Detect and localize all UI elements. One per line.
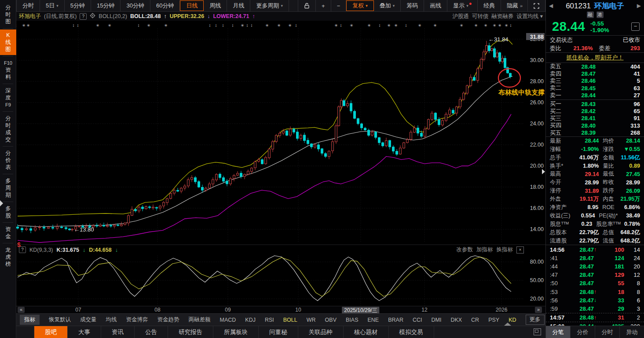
indicator-tab-恢复默认[interactable]: 恢复默认 <box>49 316 71 323</box>
tick-row[interactable]: :5928.47293 <box>546 305 644 313</box>
period-tab-more-period[interactable]: 更多周期▾ <box>250 0 289 11</box>
indicator-tab-成交量[interactable]: 成交量 <box>80 316 97 323</box>
tick-row[interactable]: :5028.47558 <box>546 279 644 287</box>
bottom-tab-guanlian[interactable]: 关联品种 <box>298 326 344 338</box>
info-link-1[interactable]: 可转债 <box>472 13 489 20</box>
indicator-tab-PSY[interactable]: PSY <box>488 317 499 323</box>
toolbar-lock-button[interactable] <box>298 0 316 11</box>
bottom-tab-zixun[interactable]: 资讯 <box>101 326 135 338</box>
sidebar-item-depth[interactable]: 深度F9 <box>0 85 16 110</box>
tick-row[interactable]: :4728.4712912 <box>546 271 644 279</box>
indicator-tab-指标[interactable]: 指标 <box>20 315 40 325</box>
sidebar-item-tick-trades[interactable]: 分时成交 <box>0 113 16 145</box>
toolbar-fullscreen-button[interactable] <box>528 0 545 11</box>
sidebar-item-minute[interactable]: 分时图 <box>0 2 16 27</box>
indicator-tab-资金趋势[interactable]: 资金趋势 <box>157 316 179 323</box>
toolbar-zoom-in-button[interactable]: + <box>316 0 331 11</box>
tick-tab-异动[interactable]: 异动 <box>620 326 644 338</box>
period-tab-60m[interactable]: 60分钟 <box>150 0 180 11</box>
indicator-tab-BOLL[interactable]: BOLL <box>283 317 297 323</box>
indicator-tab-RSI[interactable]: RSI <box>265 317 274 323</box>
period-tab-15m[interactable]: 15分钟 <box>91 0 121 11</box>
indicator-tab-更多[interactable]: 更多 <box>526 315 545 325</box>
open-account-link[interactable]: 抓住机会，即刻开户！ <box>567 54 624 62</box>
tick-row[interactable]: 14:5728.48↑312 <box>546 313 644 322</box>
tick-tab-分价[interactable]: 分价 <box>571 326 595 338</box>
collapse-quote-icon[interactable]: − <box>631 22 640 31</box>
bottom-tab-yanbao[interactable]: 研究报告 <box>168 326 213 338</box>
collapse-caret-icon[interactable] <box>504 323 511 326</box>
toolbar-display-button[interactable]: 显示▾ <box>447 0 478 11</box>
indicator-tab-BRAR[interactable]: BRAR <box>388 317 403 323</box>
tick-row[interactable]: :5328.48↑188 <box>546 287 644 296</box>
tick-row[interactable]: :5628.47↓336 <box>546 296 644 305</box>
scroll-left-icon[interactable]: « <box>18 307 25 313</box>
tick-tab-分时[interactable]: 分时 <box>595 326 620 338</box>
tick-tab-分笔[interactable]: 分笔 <box>546 326 571 338</box>
scroll-right-icon[interactable]: » <box>535 307 542 313</box>
ask-row[interactable]: 卖二28.4563 <box>546 84 644 92</box>
period-tab-daily[interactable]: 日线 <box>180 0 204 11</box>
indicator-tab-ENE[interactable]: ENE <box>367 317 379 323</box>
ask-row[interactable]: 卖五28.48404 <box>546 63 644 70</box>
bottom-tab-dashi[interactable]: 大事 <box>68 326 101 338</box>
indicator-tab-CCI[interactable]: CCI <box>413 317 422 323</box>
indicator-tab-两融差额[interactable]: 两融差额 <box>189 316 211 323</box>
tick-row[interactable]: 14:5628.47↑10014 <box>546 245 644 254</box>
toolbar-zoom-out-button[interactable]: − <box>331 0 347 11</box>
sidebar-item-price-table[interactable]: 分价表 <box>0 147 16 173</box>
gear-icon[interactable] <box>90 13 95 20</box>
sidebar-expand-handle[interactable] <box>0 200 3 206</box>
kd-action-1[interactable]: 加指标 <box>476 246 493 254</box>
indicator-tab-KD[interactable]: KD <box>509 317 516 323</box>
indicator-tab-DKX[interactable]: DKX <box>450 317 462 323</box>
ask-row[interactable]: 卖一28.4427 <box>546 92 644 99</box>
ask-row[interactable]: 卖四28.4741 <box>546 70 644 77</box>
indicator-tab-BIAS[interactable]: BIAS <box>346 317 359 323</box>
toolbar-draw-button[interactable]: 画线 <box>424 0 447 11</box>
toolbar-classic-button[interactable]: 经典 <box>478 0 501 11</box>
period-tab-5m[interactable]: 5分钟 <box>65 0 91 11</box>
kd-help-icon[interactable]: ? <box>19 246 26 253</box>
indicator-tab-均线[interactable]: 均线 <box>106 316 117 323</box>
bottom-tab-gonggao[interactable]: 公告 <box>135 326 168 338</box>
bottom-tab-ticai[interactable]: 核心题材 <box>344 326 389 338</box>
indicator-tab-MACD[interactable]: MACD <box>220 317 236 323</box>
close-icon[interactable]: × <box>516 246 524 254</box>
period-tab-weekly[interactable]: 周线 <box>204 0 227 11</box>
right-panel-collapse-handle[interactable] <box>542 169 545 174</box>
sidebar-item-multi-period[interactable]: 多周期 <box>0 175 16 201</box>
bid-row[interactable]: 买五28.39268 <box>546 129 644 136</box>
kd-action-0[interactable]: 改参数 <box>457 246 473 254</box>
indicator-tab-资金博弈[interactable]: 资金博弈 <box>126 316 148 323</box>
sidebar-item-f10[interactable]: F10资料 <box>0 57 16 83</box>
bottom-tab-dongmi[interactable]: 问董秘 <box>259 326 298 338</box>
sidebar-item-funds[interactable]: 资金 <box>0 224 16 242</box>
info-link-2[interactable]: 融资融券 <box>491 13 513 20</box>
toolbar-overlay-button[interactable]: 叠加▾ <box>374 0 401 11</box>
indicator-tab-KDJ[interactable]: KDJ <box>245 317 256 323</box>
period-tab-30m[interactable]: 30分钟 <box>121 0 150 11</box>
prev-stock-arrow[interactable]: ◀ <box>549 3 553 9</box>
bottom-tab-bankuai[interactable]: 所属板块 <box>213 326 259 338</box>
toolbar-chips-button[interactable]: 筹码 <box>401 0 424 11</box>
info-link-3[interactable]: 设置均线 ▾ <box>516 13 543 20</box>
restore-panel-icon[interactable] <box>534 328 541 335</box>
period-tab-fenshi[interactable]: 分时 <box>16 0 40 11</box>
help-icon[interactable]: ? <box>80 13 87 20</box>
next-stock-arrow[interactable]: ▶ <box>637 3 641 9</box>
tick-row[interactable]: :4428.4718120 <box>546 262 644 271</box>
tick-row[interactable]: :4128.4712424 <box>546 254 644 262</box>
bid-row[interactable]: 买四28.40313 <box>546 122 644 129</box>
indicator-tab-OBV[interactable]: OBV <box>325 317 337 323</box>
bid-row[interactable]: 买一28.4396 <box>546 100 644 107</box>
ask-row[interactable]: 卖三28.465 <box>546 77 644 84</box>
info-link-0[interactable]: 沪股通 <box>452 13 469 20</box>
bid-row[interactable]: 买三28.4191 <box>546 115 644 122</box>
bid-row[interactable]: 买二28.4265 <box>546 107 644 114</box>
indicator-tab-DMI[interactable]: DMI <box>431 317 441 323</box>
period-tab-monthly[interactable]: 月线 <box>227 0 250 11</box>
kline-chart-canvas[interactable]: 32.0030.0028.0026.0024.0022.0020.0018.00… <box>0 21 545 313</box>
sidebar-item-kline[interactable]: K线图 <box>0 29 16 55</box>
bottom-tab-moni[interactable]: 模拟交易 <box>389 326 434 338</box>
